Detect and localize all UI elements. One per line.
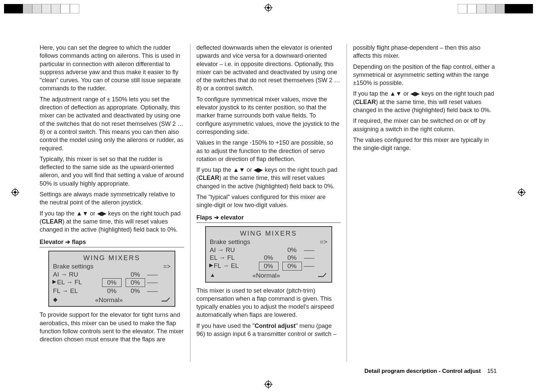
col1-p4: Settings are always made symmetrically r… [40, 190, 184, 207]
col1-p6: To provide support for the elevator for … [40, 311, 184, 343]
page-content: Here, you can set the degree to which th… [34, 44, 503, 362]
col3-p3: If you tap the ▲▼ or ◀▶ keys on the righ… [353, 90, 497, 114]
lcd2-r1-c4: ––– [304, 246, 327, 254]
lcd2-r1-c3: 0% [280, 246, 304, 254]
column-1: Here, you can set the degree to which th… [34, 44, 190, 362]
crosshair-top [264, 3, 273, 12]
col2-p6: This mixer is used to set elevator (pitc… [196, 287, 341, 319]
lcd2-r1-c1: AI → RU [210, 246, 257, 254]
lcd2-r2-c3: 0% [280, 254, 304, 262]
lcd2-r3-c2: 0% [259, 262, 278, 271]
col1-p5b-clear: CLEAR [42, 218, 62, 225]
col2-p7b-control-adjust: Control adjust [255, 323, 296, 329]
lcd1-row3: FL → EL 0% 0% ––– [53, 287, 171, 295]
lcd1-r2-c3: 0% [126, 278, 145, 287]
lcd1-r3-c4: ––– [147, 287, 171, 295]
lcd1-r2-c4: ––– [147, 278, 171, 287]
col2-p5: The "typical" values configured for this… [196, 193, 341, 209]
col2-p7a: If you have used the " [196, 323, 255, 329]
col2-p7: If you have used the "Control adjust" me… [196, 322, 341, 338]
subhead-flaps-elevator: Flaps ➔ elevator [196, 213, 341, 223]
crosshair-right [517, 188, 526, 197]
lcd1-r3-c3: 0% [124, 287, 147, 295]
col1-p3: Typically, this mixer is set so that the… [40, 155, 184, 188]
lcd1-row1: AI → RU 0% ––– [53, 271, 171, 279]
crosshair-left [11, 188, 19, 197]
lcd1-brake-arrow: => [124, 262, 171, 271]
lcd-screen-1: WING MIXERS Brake settings => AI → RU 0%… [48, 251, 175, 307]
lcd1-r2-c2: 0% [102, 278, 122, 287]
col3-p1: possibly flight phase-dependent – then t… [353, 44, 497, 60]
up-down-icon: ◆ [53, 296, 57, 304]
lcd2-r2-c4: ––– [304, 254, 327, 262]
lcd1-r1-c1: AI → RU [53, 271, 100, 279]
col2-p2: To configure symmetrical mixer values, m… [196, 95, 341, 136]
column-2: deflected downwards when the elevator is… [190, 44, 347, 362]
col1-p2: The adjustment range of ± 150% lets you … [40, 95, 184, 152]
lcd2-r3-c4: ––– [304, 262, 327, 271]
lcd1-r1-c2 [100, 271, 124, 279]
registration-marks-right [458, 4, 533, 13]
lcd2-r2-c1: EL → FL [210, 254, 257, 262]
lcd2-normal-row: ▲ «Normal» [210, 271, 327, 280]
registration-marks-left [4, 4, 79, 13]
footer-label: Detail program description - Control adj… [364, 368, 481, 374]
col3-p2: Depending on the position of the flap co… [353, 63, 497, 87]
col3-p3b-clear: CLEAR [355, 99, 376, 105]
lcd2-r3-c3: 0% [282, 262, 302, 271]
lcd2-brake-arrow: => [280, 238, 327, 246]
lcd1-brake-row: Brake settings => [53, 262, 171, 271]
lcd2-brake-row: Brake settings => [210, 238, 327, 246]
lcd1-r3-c1: FL → EL [53, 287, 100, 295]
lcd2-brake-label: Brake settings [210, 238, 280, 246]
col2-p4: If you tap the ▲▼ or ◀▶ keys on the righ… [196, 166, 341, 190]
lcd1-r2-c1: EL → FL [57, 278, 100, 287]
col2-p3: Values in the range -150% to +150 are po… [196, 139, 341, 163]
col1-p5: If you tap the ▲▼ or ◀▶ keys on the righ… [40, 209, 184, 234]
lcd1-row2-selected: EL → FL 0% 0% ––– [53, 278, 171, 287]
lcd1-r1-c3: 0% [124, 271, 147, 279]
lcd1-r3-c2: 0% [100, 287, 124, 295]
lcd1-normal-label: «Normal» [95, 296, 123, 304]
lcd2-row2: EL → FL 0% 0% ––– [210, 254, 327, 262]
lcd2-r1-c2 [257, 246, 280, 254]
crosshair-bottom [264, 380, 273, 389]
lcd2-r3-c1: FL → EL [214, 262, 257, 271]
col3-p5: The values configured for this mixer are… [353, 136, 497, 152]
lcd2-row1: AI → RU 0% ––– [210, 246, 327, 254]
switch-icon [161, 296, 171, 304]
lcd2-title: WING MIXERS [210, 229, 327, 238]
lcd1-normal-row: ◆ «Normal» [53, 295, 171, 304]
lcd1-title: WING MIXERS [53, 253, 171, 262]
page-footer: Detail program description - Control adj… [364, 368, 497, 375]
col2-p1: deflected downwards when the elevator is… [196, 44, 341, 93]
col2-p4b-clear: CLEAR [198, 175, 219, 181]
lcd2-normal-label: «Normal» [253, 271, 280, 280]
col1-p1: Here, you can set the degree to which th… [40, 44, 184, 93]
lcd2-r2-c2: 0% [257, 254, 280, 262]
up-icon: ▲ [210, 272, 216, 279]
col3-p4: If required, the mixer can be switched o… [353, 117, 497, 133]
switch-icon [317, 271, 327, 280]
subhead-elevator-flaps: Elevator ➔ flaps [40, 238, 184, 247]
column-3: possibly flight phase-dependent – then t… [347, 44, 503, 362]
lcd1-r1-c4: ––– [147, 271, 171, 279]
page-number: 151 [487, 368, 497, 374]
lcd1-brake-label: Brake settings [53, 262, 124, 271]
lcd2-row3-selected: FL → EL 0% 0% ––– [210, 262, 327, 271]
lcd-screen-2: WING MIXERS Brake settings => AI → RU 0%… [205, 226, 332, 283]
